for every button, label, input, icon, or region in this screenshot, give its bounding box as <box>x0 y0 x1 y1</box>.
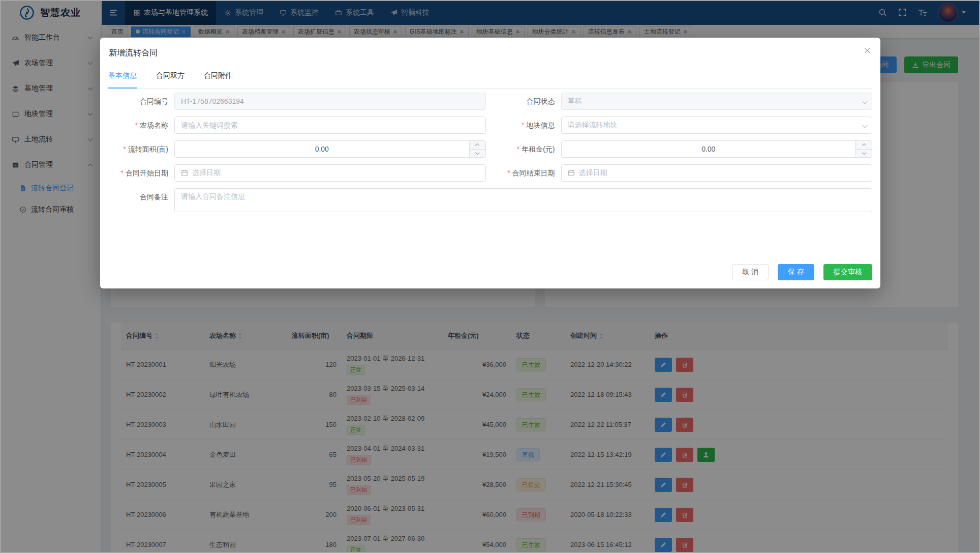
contract-no-input[interactable] <box>174 93 486 110</box>
save-button[interactable]: 保 存 <box>778 264 814 280</box>
cancel-button[interactable]: 取 消 <box>732 264 769 280</box>
farm-name-input[interactable] <box>174 117 486 134</box>
field-start-date: 合同开始日期 选择日期 <box>108 164 486 182</box>
parcel-select[interactable]: 请选择流转地块 <box>561 117 873 134</box>
contract-status-select[interactable]: 草稿 <box>561 93 873 110</box>
start-date-picker[interactable]: 选择日期 <box>174 164 486 182</box>
remark-textarea[interactable] <box>174 188 872 212</box>
modal-tab[interactable]: 合同双方 <box>156 71 185 88</box>
new-contract-modal: 新增流转合同 基本信息合同双方合同附件 合同编号 合同状态 草稿 农场名称 地块… <box>100 38 880 288</box>
modal-tab[interactable]: 合同附件 <box>204 71 232 88</box>
rent-input[interactable] <box>561 140 873 158</box>
step-up-icon[interactable] <box>470 141 485 150</box>
close-icon[interactable] <box>864 47 871 54</box>
field-annual-rent: 年租金(元) <box>495 140 873 158</box>
field-remark: 合同备注 <box>108 188 872 214</box>
calendar-icon <box>568 169 575 177</box>
modal-footer: 取 消 保 存 提交审核 <box>732 264 872 280</box>
area-input[interactable] <box>174 140 486 158</box>
area-stepper <box>469 141 485 157</box>
field-parcel-info: 地块信息 请选择流转地块 <box>495 117 873 134</box>
modal-title: 新增流转合同 <box>109 48 158 59</box>
calendar-icon <box>181 169 188 177</box>
step-up-icon[interactable] <box>856 141 872 150</box>
modal-tabs: 基本信息合同双方合同附件 <box>108 71 872 89</box>
contract-form: 合同编号 合同状态 草稿 农场名称 地块信息 请选择流转地块 <box>108 93 872 214</box>
field-end-date: 合同结束日期 选择日期 <box>495 164 873 182</box>
field-contract-no: 合同编号 <box>108 93 486 110</box>
end-date-picker[interactable]: 选择日期 <box>561 164 873 182</box>
rent-stepper <box>855 141 872 157</box>
field-contract-status: 合同状态 草稿 <box>495 93 873 110</box>
step-down-icon[interactable] <box>470 150 485 158</box>
submit-review-button[interactable]: 提交审核 <box>823 264 872 280</box>
field-transfer-area: 流转面积(亩) <box>108 140 486 158</box>
step-down-icon[interactable] <box>856 150 872 158</box>
field-farm-name: 农场名称 <box>108 117 486 134</box>
modal-tab[interactable]: 基本信息 <box>108 71 137 88</box>
